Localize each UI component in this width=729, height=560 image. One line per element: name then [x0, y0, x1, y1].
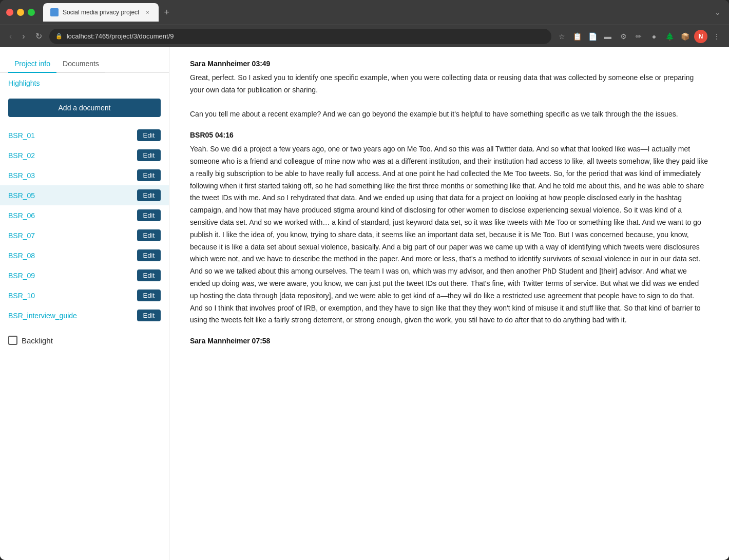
add-document-button[interactable]: Add a document	[8, 99, 161, 117]
doc-name-bsr06[interactable]: BSR_06	[8, 211, 35, 220]
extension-icon-6[interactable]: ●	[648, 30, 660, 43]
sidebar: Project info Documents Highlights Add a …	[0, 47, 169, 560]
title-bar: Social media privacy project × + ⌄	[0, 0, 729, 25]
edit-button-bsr03[interactable]: Edit	[137, 169, 161, 181]
menu-icon[interactable]: ⋮	[711, 30, 723, 43]
doc-item-bsr-interview: BSR_interview_guide Edit	[8, 305, 161, 325]
transcript-block-2: Sara Mannheimer 07:58	[190, 337, 708, 345]
refresh-button[interactable]: ↻	[32, 29, 45, 43]
main-content: Sara Mannheimer 03:49 Great, perfect. So…	[169, 47, 729, 560]
doc-name-bsr08[interactable]: BSR_08	[8, 252, 35, 260]
tab-close-button[interactable]: ×	[143, 8, 151, 16]
doc-item-bsr07: BSR_07 Edit	[8, 225, 161, 245]
browser-maximize-icon[interactable]: ⌄	[713, 6, 723, 18]
url-text: localhost:7465/project/3/document/9	[67, 32, 174, 40]
browser-frame: Social media privacy project × + ⌄ ‹ › ↻…	[0, 0, 729, 560]
traffic-lights	[6, 9, 35, 16]
extension-icon-7[interactable]: 🌲	[663, 30, 676, 43]
doc-item-bsr08: BSR_08 Edit	[8, 245, 161, 265]
doc-name-bsr05[interactable]: BSR_05	[8, 191, 35, 200]
minimize-window-button[interactable]	[17, 9, 24, 16]
extension-icon-8[interactable]: 📦	[679, 30, 691, 43]
tab-title: Social media privacy project	[63, 9, 139, 16]
edit-button-bsr09[interactable]: Edit	[137, 269, 161, 281]
edit-button-bsr05[interactable]: Edit	[137, 189, 161, 201]
backlight-checkbox-icon	[8, 336, 17, 345]
profile-icon[interactable]: N	[694, 30, 707, 43]
transcript-text-0: Great, perfect. So I asked you to identi…	[190, 72, 708, 121]
edit-button-bsr01[interactable]: Edit	[137, 129, 161, 141]
new-tab-button[interactable]: +	[160, 5, 174, 20]
doc-name-bsr01[interactable]: BSR_01	[8, 131, 35, 140]
backlight-item: Backlight	[0, 330, 169, 351]
browser-tab-active[interactable]: Social media privacy project ×	[43, 3, 159, 22]
highlights-link[interactable]: Highlights	[0, 73, 169, 93]
extension-icon-5[interactable]: ✏	[632, 30, 645, 43]
extension-icon-2[interactable]: 📄	[586, 30, 599, 43]
edit-button-bsr08[interactable]: Edit	[137, 249, 161, 261]
doc-item-bsr03: BSR_03 Edit	[8, 165, 161, 185]
tab-documents[interactable]: Documents	[56, 55, 105, 73]
bookmark-icon[interactable]: ☆	[555, 30, 568, 43]
nav-icons: ☆ 📋 📄 ▬ ⚙ ✏ ● 🌲 📦 N ⋮	[555, 30, 723, 43]
maximize-window-button[interactable]	[28, 9, 35, 16]
page-content: Project info Documents Highlights Add a …	[0, 47, 729, 560]
edit-button-bsr07[interactable]: Edit	[137, 229, 161, 241]
doc-item-bsr10: BSR_10 Edit	[8, 285, 161, 305]
back-button[interactable]: ‹	[6, 30, 15, 43]
address-bar[interactable]: 🔒 localhost:7465/project/3/document/9	[49, 29, 551, 44]
doc-item-bsr01: BSR_01 Edit	[8, 125, 161, 145]
doc-name-bsr-interview[interactable]: BSR_interview_guide	[8, 312, 77, 320]
doc-item-bsr02: BSR_02 Edit	[8, 145, 161, 165]
doc-name-bsr10[interactable]: BSR_10	[8, 292, 35, 300]
transcript-text-1: Yeah. So we did a project a few years ag…	[190, 143, 708, 326]
tab-bar: Social media privacy project × + ⌄	[43, 3, 723, 22]
tab-favicon	[50, 8, 59, 16]
lock-icon: 🔒	[55, 33, 63, 40]
transcript-block-1: BSR05 04:16 Yeah. So we did a project a …	[190, 131, 708, 326]
tab-project-info[interactable]: Project info	[8, 55, 56, 73]
backlight-label: Backlight	[22, 336, 53, 345]
doc-item-bsr09: BSR_09 Edit	[8, 265, 161, 285]
close-window-button[interactable]	[6, 9, 13, 16]
speaker-time-0: Sara Mannheimer 03:49	[190, 60, 708, 68]
extension-icon-4[interactable]: ⚙	[617, 30, 629, 43]
doc-item-bsr06: BSR_06 Edit	[8, 205, 161, 225]
edit-button-bsr10[interactable]: Edit	[137, 289, 161, 301]
sidebar-tabs: Project info Documents	[0, 47, 169, 73]
edit-button-bsr-interview[interactable]: Edit	[137, 310, 161, 321]
edit-button-bsr02[interactable]: Edit	[137, 149, 161, 161]
speaker-time-1: BSR05 04:16	[190, 131, 708, 139]
extension-icon-3[interactable]: ▬	[602, 30, 614, 43]
nav-bar: ‹ › ↻ 🔒 localhost:7465/project/3/documen…	[0, 25, 729, 47]
doc-name-bsr07[interactable]: BSR_07	[8, 231, 35, 240]
transcript-block-0: Sara Mannheimer 03:49 Great, perfect. So…	[190, 60, 708, 121]
doc-name-bsr09[interactable]: BSR_09	[8, 272, 35, 280]
doc-name-bsr02[interactable]: BSR_02	[8, 151, 35, 160]
forward-button[interactable]: ›	[19, 30, 28, 43]
document-list: BSR_01 Edit BSR_02 Edit BSR_03 Edit BSR_…	[0, 125, 169, 325]
extension-icon-1[interactable]: 📋	[571, 30, 583, 43]
doc-name-bsr03[interactable]: BSR_03	[8, 171, 35, 180]
speaker-time-2: Sara Mannheimer 07:58	[190, 337, 708, 345]
doc-item-bsr05: BSR_05 Edit	[0, 185, 169, 205]
edit-button-bsr06[interactable]: Edit	[137, 209, 161, 221]
